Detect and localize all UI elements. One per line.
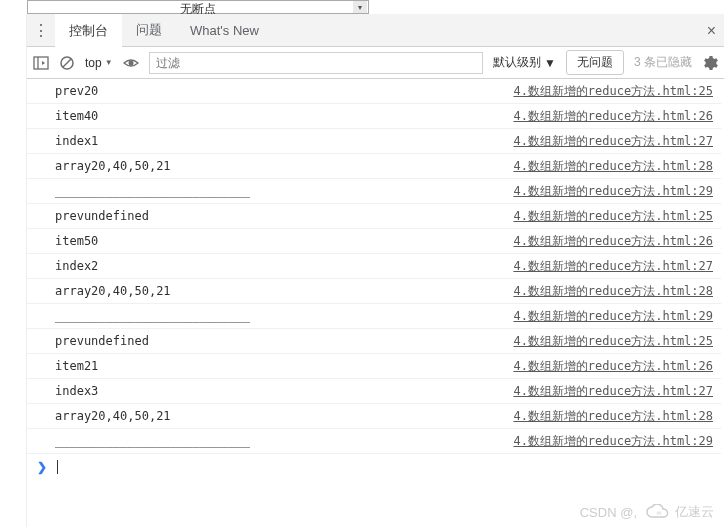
log-row: prevundefined4.数组新增的reduce方法.html:25 xyxy=(27,329,721,354)
log-source: 4.数组新增的reduce方法.html:29 xyxy=(513,308,713,325)
console-input[interactable] xyxy=(58,460,713,474)
hidden-count-label: 3 条已隐藏 xyxy=(634,54,692,71)
log-message: array20,40,50,21 xyxy=(55,409,171,423)
more-menu-icon[interactable]: ⋮ xyxy=(27,14,55,46)
log-message: prevundefined xyxy=(55,334,149,348)
tab-whatsnew[interactable]: What's New xyxy=(176,14,273,46)
log-message: array20,40,50,21 xyxy=(55,159,171,173)
log-message: item21 xyxy=(55,359,98,373)
log-row: index34.数组新增的reduce方法.html:27 xyxy=(27,379,721,404)
tab-issues[interactable]: 问题 xyxy=(122,14,176,46)
source-link[interactable]: 4.数组新增的reduce方法.html:25 xyxy=(513,334,713,348)
log-source: 4.数组新增的reduce方法.html:27 xyxy=(513,383,713,400)
log-row: ___________________________4.数组新增的reduce… xyxy=(27,429,721,454)
log-source: 4.数组新增的reduce方法.html:26 xyxy=(513,108,713,125)
log-message: prev20 xyxy=(55,84,98,98)
log-row: ___________________________4.数组新增的reduce… xyxy=(27,304,721,329)
source-link[interactable]: 4.数组新增的reduce方法.html:29 xyxy=(513,184,713,198)
source-link[interactable]: 4.数组新增的reduce方法.html:27 xyxy=(513,384,713,398)
source-link[interactable]: 4.数组新增的reduce方法.html:26 xyxy=(513,234,713,248)
sidebar-toggle-icon[interactable] xyxy=(33,55,49,71)
log-source: 4.数组新增的reduce方法.html:25 xyxy=(513,83,713,100)
log-row: array20,40,50,214.数组新增的reduce方法.html:28 xyxy=(27,404,721,429)
log-source: 4.数组新增的reduce方法.html:25 xyxy=(513,333,713,350)
log-row: item404.数组新增的reduce方法.html:26 xyxy=(27,104,721,129)
log-row: array20,40,50,214.数组新增的reduce方法.html:28 xyxy=(27,154,721,179)
left-gutter xyxy=(0,14,27,527)
log-message: index2 xyxy=(55,259,98,273)
chevron-down-icon: ▼ xyxy=(544,56,556,70)
context-selector[interactable]: top ▼ xyxy=(85,56,113,70)
log-source: 4.数组新增的reduce方法.html:26 xyxy=(513,358,713,375)
log-source: 4.数组新增的reduce方法.html:26 xyxy=(513,233,713,250)
log-message: ___________________________ xyxy=(55,309,250,323)
log-message: index3 xyxy=(55,384,98,398)
log-message: array20,40,50,21 xyxy=(55,284,171,298)
log-message: index1 xyxy=(55,134,98,148)
svg-marker-2 xyxy=(42,61,45,65)
no-issues-button[interactable]: 无问题 xyxy=(566,50,624,75)
source-link[interactable]: 4.数组新增的reduce方法.html:27 xyxy=(513,134,713,148)
chevron-down-icon: ▼ xyxy=(105,58,113,67)
svg-text:∞: ∞ xyxy=(657,509,662,516)
log-source: 4.数组新增的reduce方法.html:29 xyxy=(513,183,713,200)
devtools-tabs: ⋮ 控制台 问题 What's New xyxy=(27,14,724,47)
tab-console[interactable]: 控制台 xyxy=(55,14,122,46)
clear-console-icon[interactable] xyxy=(59,55,75,71)
brand-watermark: ∞ 亿速云 xyxy=(645,503,714,521)
gear-icon[interactable] xyxy=(702,55,718,71)
log-message: prevundefined xyxy=(55,209,149,223)
svg-line-4 xyxy=(63,59,71,67)
source-link[interactable]: 4.数组新增的reduce方法.html:28 xyxy=(513,409,713,423)
log-message: item40 xyxy=(55,109,98,123)
log-row: ___________________________4.数组新增的reduce… xyxy=(27,179,721,204)
log-row: array20,40,50,214.数组新增的reduce方法.html:28 xyxy=(27,279,721,304)
source-link[interactable]: 4.数组新增的reduce方法.html:26 xyxy=(513,359,713,373)
log-source: 4.数组新增的reduce方法.html:28 xyxy=(513,408,713,425)
console-prompt[interactable]: ❯ xyxy=(27,454,721,480)
svg-point-5 xyxy=(128,60,133,65)
log-row: index14.数组新增的reduce方法.html:27 xyxy=(27,129,721,154)
source-link[interactable]: 4.数组新增的reduce方法.html:26 xyxy=(513,109,713,123)
console-output: prev204.数组新增的reduce方法.html:25item404.数组新… xyxy=(27,79,721,487)
log-row: prevundefined4.数组新增的reduce方法.html:25 xyxy=(27,204,721,229)
filter-input[interactable] xyxy=(149,52,483,74)
log-source: 4.数组新增的reduce方法.html:25 xyxy=(513,208,713,225)
source-link[interactable]: 4.数组新增的reduce方法.html:25 xyxy=(513,209,713,223)
breakpoint-dropdown[interactable]: 无断点 ▾ xyxy=(27,0,369,14)
dropdown-arrow-icon: ▾ xyxy=(353,1,367,13)
csdn-watermark: CSDN @, xyxy=(580,505,637,520)
source-link[interactable]: 4.数组新增的reduce方法.html:25 xyxy=(513,84,713,98)
log-source: 4.数组新增的reduce方法.html:29 xyxy=(513,433,713,450)
prompt-arrow-icon: ❯ xyxy=(37,460,47,474)
close-icon[interactable]: × xyxy=(707,22,716,40)
source-link[interactable]: 4.数组新增的reduce方法.html:28 xyxy=(513,284,713,298)
log-source: 4.数组新增的reduce方法.html:28 xyxy=(513,283,713,300)
source-link[interactable]: 4.数组新增的reduce方法.html:29 xyxy=(513,309,713,323)
log-source: 4.数组新增的reduce方法.html:27 xyxy=(513,258,713,275)
live-expression-icon[interactable] xyxy=(123,55,139,71)
source-link[interactable]: 4.数组新增的reduce方法.html:29 xyxy=(513,434,713,448)
log-level-selector[interactable]: 默认级别 ▼ xyxy=(493,54,556,71)
console-toolbar: top ▼ 默认级别 ▼ 无问题 3 条已隐藏 xyxy=(27,47,724,79)
log-message: ___________________________ xyxy=(55,184,250,198)
log-row: prev204.数组新增的reduce方法.html:25 xyxy=(27,79,721,104)
log-row: item214.数组新增的reduce方法.html:26 xyxy=(27,354,721,379)
log-message: ___________________________ xyxy=(55,434,250,448)
log-source: 4.数组新增的reduce方法.html:28 xyxy=(513,158,713,175)
source-link[interactable]: 4.数组新增的reduce方法.html:27 xyxy=(513,259,713,273)
watermark: CSDN @, ∞ 亿速云 xyxy=(580,503,714,521)
log-row: index24.数组新增的reduce方法.html:27 xyxy=(27,254,721,279)
source-link[interactable]: 4.数组新增的reduce方法.html:28 xyxy=(513,159,713,173)
log-row: item504.数组新增的reduce方法.html:26 xyxy=(27,229,721,254)
log-source: 4.数组新增的reduce方法.html:27 xyxy=(513,133,713,150)
svg-rect-0 xyxy=(34,57,48,69)
log-message: item50 xyxy=(55,234,98,248)
